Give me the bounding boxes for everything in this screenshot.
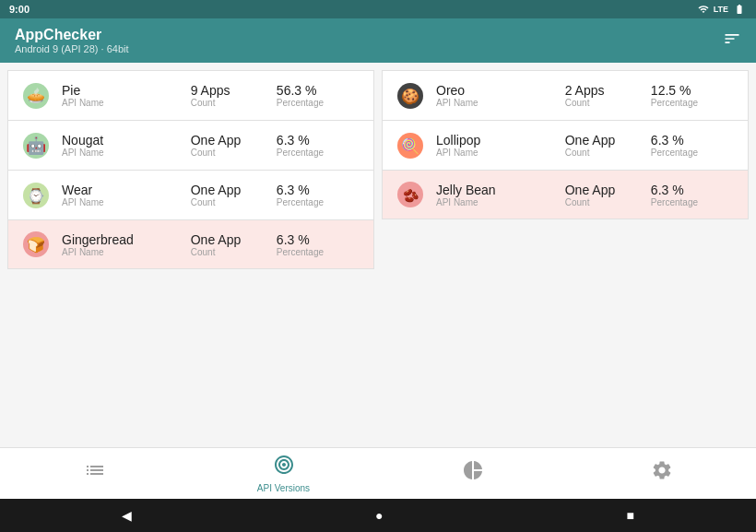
status-bar: 9:00 LTE [0, 0, 756, 18]
version-percentage: 6.3 % [277, 232, 362, 247]
svg-text:🍭: 🍭 [401, 137, 419, 155]
version-percentage: 6.3 % [651, 183, 737, 197]
svg-text:🤖: 🤖 [26, 136, 47, 156]
version-count-label: Count [191, 197, 277, 207]
android-version-icon: 🍭 [394, 129, 427, 162]
card-pct-block: 6.3 % Percentage [277, 183, 362, 207]
status-time: 9:00 [9, 4, 30, 15]
toolbar-title-block: AppChecker Android 9 (API 28) · 64bit [15, 27, 129, 54]
version-percentage-label: Percentage [277, 148, 362, 158]
back-button[interactable]: ◀ [122, 508, 132, 523]
version-percentage-label: Percentage [651, 98, 737, 108]
svg-text:🥧: 🥧 [27, 87, 45, 104]
version-name: Jelly Bean [436, 183, 565, 197]
version-name-label: API Name [436, 148, 565, 158]
chart-icon [462, 459, 484, 487]
version-percentage-label: Percentage [651, 148, 737, 158]
version-count-label: Count [191, 148, 277, 158]
version-percentage: 6.3 % [277, 183, 362, 197]
table-row[interactable]: 🍭 Lollipop API Name One App Count 6.3 % … [382, 120, 749, 170]
version-percentage: 12.5 % [651, 83, 737, 98]
left-column: 🥧 Pie API Name 9 Apps Count 56.3 % Perce… [7, 70, 374, 473]
card-pct-block: 6.3 % Percentage [651, 133, 737, 158]
version-percentage: 6.3 % [277, 133, 362, 148]
version-name-label: API Name [62, 148, 191, 158]
list-icon [84, 459, 106, 487]
card-count-block: 9 Apps Count [191, 83, 277, 108]
version-count-label: Count [565, 197, 651, 207]
right-column: 🍪 Oreo API Name 2 Apps Count 12.5 % Perc… [382, 70, 749, 473]
status-icons: LTE [697, 4, 747, 15]
nav-item-settings[interactable] [567, 448, 756, 499]
card-pct-block: 12.5 % Percentage [651, 83, 737, 108]
nav-item-api[interactable]: API Versions [189, 448, 378, 499]
battery-icon [732, 4, 747, 15]
version-name-label: API Name [62, 247, 191, 257]
app-title: AppChecker [15, 27, 129, 43]
wifi-icon [697, 4, 710, 15]
svg-text:🍞: 🍞 [27, 236, 45, 254]
settings-icon [651, 459, 673, 487]
version-name: Pie [62, 83, 191, 98]
version-percentage-label: Percentage [277, 247, 362, 257]
version-name-label: API Name [436, 197, 565, 207]
android-version-icon: 🍞 [19, 228, 53, 261]
card-name-block: Wear API Name [62, 183, 191, 207]
version-percentage: 6.3 % [651, 133, 737, 148]
card-name-block: Nougat API Name [62, 133, 191, 158]
main-content: 🥧 Pie API Name 9 Apps Count 56.3 % Perce… [0, 63, 756, 480]
recents-button[interactable]: ■ [627, 508, 634, 523]
android-version-icon: 🤖 [19, 129, 53, 162]
version-name-label: API Name [62, 98, 191, 108]
card-name-block: Oreo API Name [436, 83, 565, 108]
toolbar: AppChecker Android 9 (API 28) · 64bit [0, 18, 756, 63]
card-count-block: One App Count [565, 133, 651, 158]
version-count: One App [191, 133, 277, 148]
menu-icon[interactable] [723, 30, 741, 53]
android-version-icon: ⌚ [19, 179, 53, 212]
card-count-block: 2 Apps Count [565, 83, 651, 108]
version-name: Lollipop [436, 133, 565, 148]
table-row[interactable]: 🤖 Nougat API Name One App Count 6.3 % Pe… [7, 120, 374, 170]
app-subtitle: Android 9 (API 28) · 64bit [15, 43, 129, 54]
card-name-block: Gingerbread API Name [62, 232, 191, 257]
version-count-label: Count [191, 98, 277, 108]
table-row[interactable]: 🥧 Pie API Name 9 Apps Count 56.3 % Perce… [7, 70, 374, 120]
svg-text:⌚: ⌚ [27, 187, 45, 205]
version-name: Oreo [436, 83, 565, 98]
version-percentage-label: Percentage [277, 197, 362, 207]
version-name-label: API Name [62, 197, 191, 207]
version-percentage-label: Percentage [277, 98, 362, 108]
version-percentage: 56.3 % [277, 83, 362, 98]
card-count-block: One App Count [191, 133, 277, 158]
card-count-block: One App Count [191, 232, 277, 257]
version-name: Gingerbread [62, 232, 191, 247]
version-count: One App [191, 232, 277, 247]
android-version-icon: 🥧 [19, 79, 53, 112]
version-name: Nougat [62, 133, 191, 148]
nav-item-chart[interactable] [378, 448, 567, 499]
card-pct-block: 6.3 % Percentage [277, 232, 362, 257]
version-name: Wear [62, 183, 191, 197]
card-name-block: Jelly Bean API Name [436, 183, 565, 207]
nav-item-apps[interactable] [0, 448, 189, 499]
nav-label-api: API Versions [257, 483, 310, 493]
svg-text:🫘: 🫘 [403, 188, 419, 204]
api-icon [273, 454, 295, 481]
card-pct-block: 6.3 % Percentage [277, 133, 362, 158]
table-row[interactable]: 🍞 Gingerbread API Name One App Count 6.3… [7, 219, 374, 269]
android-nav-bar: ◀ ● ■ [0, 499, 756, 532]
table-row[interactable]: ⌚ Wear API Name One App Count 6.3 % Perc… [7, 170, 374, 219]
version-count: One App [191, 183, 277, 197]
home-button[interactable]: ● [375, 508, 383, 523]
card-pct-block: 6.3 % Percentage [651, 183, 737, 207]
android-version-icon: 🍪 [394, 79, 427, 112]
version-count-label: Count [565, 98, 651, 108]
bottom-nav: API Versions [0, 447, 756, 499]
version-count: 9 Apps [191, 83, 277, 98]
version-percentage-label: Percentage [651, 197, 737, 207]
version-count-label: Count [191, 247, 277, 257]
table-row[interactable]: 🫘 Jelly Bean API Name One App Count 6.3 … [382, 170, 749, 219]
table-row[interactable]: 🍪 Oreo API Name 2 Apps Count 12.5 % Perc… [382, 70, 749, 120]
android-version-icon: 🫘 [394, 178, 427, 211]
